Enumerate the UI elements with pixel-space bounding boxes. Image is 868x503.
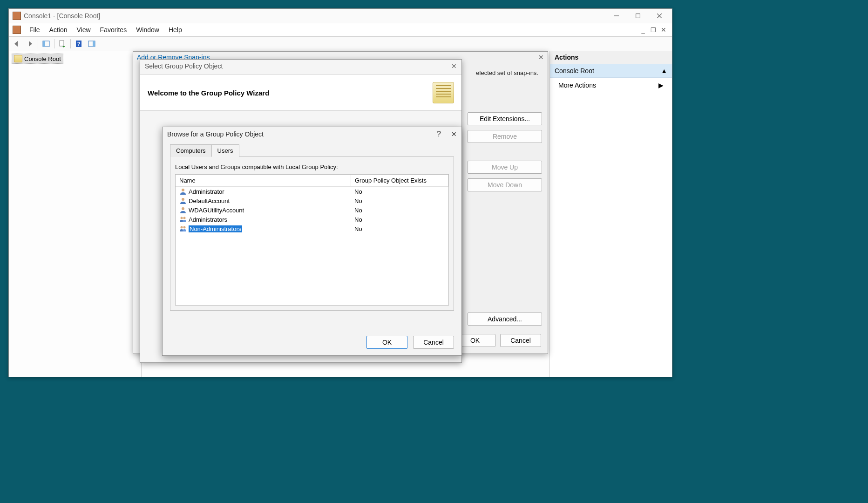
actions-more-item[interactable]: More Actions ▶ (550, 78, 672, 93)
menu-window[interactable]: Window (131, 26, 164, 34)
scroll-icon (433, 82, 454, 103)
user-icon (179, 188, 187, 195)
toolbar-separator (38, 39, 38, 48)
menu-bar: File Action View Favorites Window Help _… (9, 23, 672, 37)
user-icon (179, 206, 187, 214)
remove-button[interactable]: Remove (468, 130, 542, 143)
user-icon (179, 197, 187, 204)
show-hide-action-button[interactable] (86, 38, 98, 49)
svg-point-13 (182, 207, 184, 210)
item-exists: No (351, 206, 448, 215)
collapse-icon: ▲ (661, 67, 667, 75)
menu-file[interactable]: File (25, 26, 45, 34)
svg-point-11 (182, 189, 184, 191)
toolbar-separator (70, 39, 71, 48)
svg-rect-6 (60, 41, 64, 46)
tree-pane: Console Root (9, 51, 142, 377)
close-icon[interactable]: ✕ (451, 130, 457, 138)
item-exists: No (351, 197, 448, 205)
forward-button[interactable] (24, 38, 36, 49)
tree-item-label: Console Root (24, 55, 61, 62)
move-down-button[interactable]: Move Down (468, 178, 542, 191)
dialog-title: Browse for a Group Policy Object (167, 130, 264, 138)
users-listview[interactable]: Name Group Policy Object Exists Administ… (175, 174, 449, 306)
item-exists: No (351, 187, 448, 196)
wizard-banner-title: Welcome to the Group Policy Wizard (148, 89, 269, 97)
move-up-button[interactable]: Move Up (468, 161, 542, 174)
menu-action[interactable]: Action (45, 26, 72, 34)
svg-rect-1 (636, 14, 640, 18)
chevron-right-icon: ▶ (658, 82, 664, 89)
item-name: DefaultAccount (189, 197, 230, 204)
listview-header: Name Group Policy Object Exists (176, 175, 448, 187)
toolbar: ? (9, 37, 672, 51)
tab-strip: Computers Users (170, 144, 454, 157)
tree-item-console-root[interactable]: Console Root (12, 54, 63, 64)
close-icon[interactable]: ✕ (538, 54, 544, 64)
svg-point-16 (181, 226, 183, 229)
minimize-button[interactable] (606, 9, 627, 23)
show-hide-tree-button[interactable] (40, 38, 52, 49)
doc-icon (13, 26, 21, 34)
window-title: Console1 - [Console Root] (24, 12, 606, 20)
menu-view[interactable]: View (72, 26, 95, 34)
cancel-button[interactable]: Cancel (500, 334, 541, 347)
svg-rect-5 (43, 41, 45, 47)
maximize-button[interactable] (627, 9, 649, 23)
item-exists: No (351, 224, 448, 233)
advanced-button[interactable]: Advanced... (468, 313, 542, 326)
dialog-title: Select Group Policy Object (145, 62, 223, 75)
list-item[interactable]: DefaultAccountNo (176, 196, 448, 205)
back-button[interactable] (11, 38, 23, 49)
list-label: Local Users and Groups compatible with L… (175, 163, 449, 170)
svg-point-14 (181, 217, 183, 219)
close-icon[interactable]: ✕ (451, 62, 457, 75)
actions-root-label: Console Root (555, 67, 594, 75)
svg-point-15 (183, 217, 186, 219)
menu-favorites[interactable]: Favorites (95, 26, 132, 34)
item-name: Non-Administrators (189, 225, 242, 232)
svg-rect-10 (93, 41, 95, 47)
actions-header: Actions (550, 51, 672, 64)
tab-computers[interactable]: Computers (170, 144, 212, 157)
list-item[interactable]: AdministratorsNo (176, 215, 448, 224)
tab-users[interactable]: Users (211, 144, 239, 157)
toolbar-separator (54, 39, 54, 48)
item-name: Administrator (189, 188, 224, 195)
menu-help[interactable]: Help (164, 26, 187, 34)
help-button[interactable]: ? (73, 38, 85, 49)
browse-gpo-dialog: Browse for a Group Policy Object ? ✕ Com… (162, 127, 462, 356)
help-icon[interactable]: ? (437, 130, 441, 138)
actions-more-label: More Actions (558, 82, 596, 89)
actions-root-item[interactable]: Console Root ▲ (550, 64, 672, 78)
edit-extensions-button[interactable]: Edit Extensions... (468, 112, 542, 125)
ok-button[interactable]: OK (366, 336, 407, 349)
export-list-button[interactable] (56, 38, 68, 49)
svg-point-17 (183, 226, 186, 229)
list-item[interactable]: WDAGUtilityAccountNo (176, 205, 448, 215)
actions-pane: Actions Console Root ▲ More Actions ▶ (549, 51, 672, 377)
svg-text:?: ? (77, 41, 81, 47)
svg-point-12 (182, 198, 184, 201)
mdi-close-button[interactable]: ✕ (659, 26, 668, 34)
item-name: WDAGUtilityAccount (189, 207, 244, 214)
column-exists[interactable]: Group Policy Object Exists (351, 175, 448, 186)
app-icon (13, 12, 21, 20)
group-icon (179, 216, 187, 223)
mdi-restore-button[interactable]: ❐ (649, 26, 658, 34)
title-bar: Console1 - [Console Root] (9, 9, 672, 23)
item-exists: No (351, 215, 448, 224)
folder-icon (14, 55, 22, 62)
item-name: Administrators (189, 216, 227, 223)
cancel-button[interactable]: Cancel (413, 336, 454, 349)
close-button[interactable] (649, 9, 670, 23)
list-item[interactable]: Non-AdministratorsNo (176, 224, 448, 233)
mdi-minimize-button[interactable]: _ (638, 26, 648, 34)
column-name[interactable]: Name (176, 175, 351, 186)
list-item[interactable]: AdministratorNo (176, 187, 448, 196)
group-icon (179, 225, 187, 232)
